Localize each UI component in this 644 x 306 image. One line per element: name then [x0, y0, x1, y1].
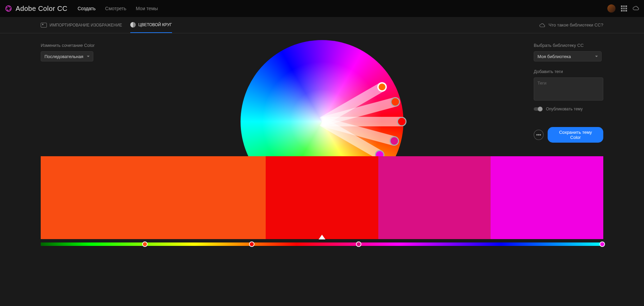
library-value: Моя библиотека	[537, 54, 571, 59]
publish-toggle[interactable]	[534, 107, 542, 111]
hue-slider-handle[interactable]	[249, 241, 254, 247]
actions-row: ••• Сохранить тему Color	[534, 127, 603, 143]
main-nav: Создать Смотреть Мои темы	[78, 6, 158, 11]
palette-swatches	[41, 156, 603, 239]
harmony-rule-value: Последовательная	[44, 54, 83, 59]
adobe-color-logo-icon	[5, 5, 12, 12]
hue-slider-handle[interactable]	[142, 241, 148, 247]
save-theme-button[interactable]: Сохранить тему Color	[548, 127, 603, 143]
more-options-button[interactable]: •••	[534, 130, 544, 140]
library-label: Выбрать библиотеку CC	[534, 43, 603, 48]
logo-area: Adobe Color CC	[5, 5, 68, 13]
left-panel: Изменить сочетание Color Последовательна…	[41, 43, 136, 61]
hue-slider-handle[interactable]	[356, 241, 361, 247]
harmony-rule-label: Изменить сочетание Color	[41, 43, 136, 48]
creative-cloud-icon[interactable]	[632, 5, 639, 12]
palette-swatch[interactable]	[153, 156, 266, 239]
hue-slider-handle[interactable]	[600, 241, 605, 247]
palette-swatch[interactable]	[266, 156, 378, 239]
right-panel: Выбрать библиотеку CC Моя библиотека Доб…	[534, 43, 603, 143]
cc-libraries-help[interactable]: Что такое библиотеки CC?	[539, 22, 603, 28]
cloud-info-icon	[539, 23, 545, 28]
subheader-left: ИМПОРТИРОВАНИЕ ИЗОБРАЖЕНИЕ ЦВЕТОВОЙ КРУГ	[41, 22, 172, 28]
tags-label: Добавить теги	[534, 69, 603, 74]
chevron-down-icon	[87, 56, 90, 57]
color-wheel-icon	[130, 22, 136, 28]
base-color-indicator	[319, 235, 325, 239]
tab-color-wheel-label: ЦВЕТОВОЙ КРУГ	[138, 22, 172, 27]
library-select[interactable]: Моя библиотека	[534, 51, 602, 61]
palette-swatch[interactable]	[491, 156, 603, 239]
wheel-color-handle[interactable]	[391, 97, 400, 107]
user-avatar[interactable]	[607, 4, 615, 13]
publish-row: Опубликовать тему	[534, 107, 603, 111]
tab-import-image[interactable]: ИМПОРТИРОВАНИЕ ИЗОБРАЖЕНИЕ	[41, 23, 122, 32]
main-area: Изменить сочетание Color Последовательна…	[0, 33, 644, 306]
palette-swatch[interactable]	[41, 156, 153, 239]
wheel-color-handle[interactable]	[397, 117, 406, 126]
cc-help-label: Что такое библиотеки CC?	[549, 22, 603, 28]
tab-import-image-label: ИМПОРТИРОВАНИЕ ИЗОБРАЖЕНИЕ	[50, 23, 122, 28]
wheel-color-handle[interactable]	[390, 136, 399, 146]
tags-input[interactable]: Теги	[534, 77, 603, 101]
chevron-down-icon	[595, 56, 598, 57]
palette-swatch[interactable]	[378, 156, 491, 239]
publish-label: Опубликовать тему	[546, 107, 583, 111]
nav-tab-explore[interactable]: Смотреть	[105, 6, 126, 11]
svg-point-1	[7, 7, 11, 11]
nav-tab-create[interactable]: Создать	[78, 6, 96, 11]
apps-grid-icon[interactable]	[621, 5, 627, 12]
wheel-color-handle[interactable]	[377, 82, 387, 92]
subheader: ИМПОРТИРОВАНИЕ ИЗОБРАЖЕНИЕ ЦВЕТОВОЙ КРУГ…	[0, 17, 644, 33]
nav-tab-mythemes[interactable]: Мои темы	[136, 6, 158, 11]
header-right	[607, 4, 639, 13]
logo-text: Adobe Color CC	[16, 5, 68, 13]
app-header: Adobe Color CC Создать Смотреть Мои темы	[0, 0, 644, 17]
image-icon	[41, 23, 47, 28]
tab-color-wheel[interactable]: ЦВЕТОВОЙ КРУГ	[130, 22, 172, 33]
harmony-rule-select[interactable]: Последовательная	[41, 51, 93, 61]
hue-slider[interactable]	[41, 242, 603, 246]
